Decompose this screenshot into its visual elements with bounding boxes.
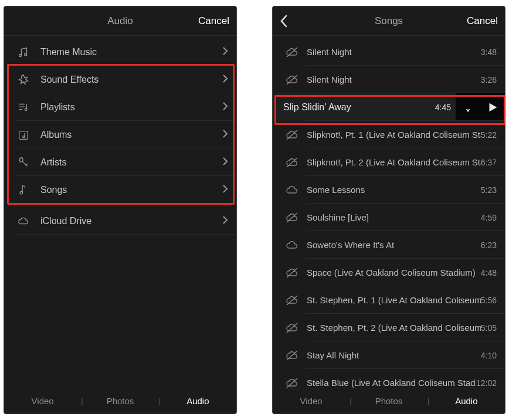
svg-point-5 — [20, 157, 23, 161]
song-title: Slipknot!, Pt. 1 (Live At Oakland Colise… — [301, 130, 481, 140]
cloud-off-icon — [283, 376, 301, 388]
svg-point-0 — [19, 54, 21, 56]
svg-point-4 — [23, 136, 25, 137]
cloud-icon — [283, 183, 301, 197]
albums-icon — [15, 128, 32, 141]
song-row[interactable]: Slipknot!, Pt. 2 (Live At Oakland Colise… — [273, 148, 505, 176]
albums-row[interactable]: Albums — [4, 121, 236, 148]
svg-point-1 — [25, 53, 27, 55]
audio-browser-screen: Audio Cancel Theme Music Sound Effects — [4, 6, 237, 414]
cloud-off-icon — [283, 293, 301, 307]
song-duration: 6:37 — [481, 158, 505, 167]
song-title: Some Lessons — [301, 185, 481, 195]
song-title: St. Stephen, Pt. 2 (Live At Oakland Coli… — [301, 323, 481, 333]
cloud-off-icon — [283, 321, 301, 335]
song-duration: 5:23 — [481, 185, 505, 195]
download-button[interactable] — [456, 93, 480, 121]
song-duration: 3:26 — [481, 75, 505, 84]
row-label: Albums — [32, 130, 222, 140]
song-duration: 5:56 — [481, 296, 505, 305]
song-title: Space (Live At Oakland Coliseum Stadium) — [301, 267, 481, 277]
cloud-off-icon — [283, 266, 301, 280]
songs-row[interactable]: Songs — [4, 176, 236, 204]
songs-icon — [15, 184, 32, 197]
song-title: Soulshine [Live] — [301, 212, 481, 222]
song-row[interactable]: Silent Night3:26 — [273, 66, 505, 93]
row-label: iCloud Drive — [32, 216, 222, 226]
song-duration: 3:48 — [481, 48, 505, 57]
song-title: Stella Blue (Live At Oakland Coliseum St… — [301, 378, 476, 388]
cloud-off-icon — [283, 211, 301, 225]
tab-photos[interactable]: Photos — [350, 396, 427, 406]
audio-category-list: Theme Music Sound Effects Playlists — [4, 36, 236, 388]
chevron-right-icon — [222, 46, 228, 58]
cloud-off-icon — [283, 128, 301, 142]
navbar: Audio Cancel — [4, 6, 236, 36]
song-duration: 4:48 — [481, 268, 505, 277]
theme-music-row[interactable]: Theme Music — [4, 38, 236, 66]
song-duration: 4:59 — [481, 213, 505, 222]
song-row[interactable]: Soulshine [Live]4:59 — [273, 204, 505, 231]
chevron-right-icon — [222, 129, 228, 141]
songs-list[interactable]: Silent Night3:48Silent Night3:26Slip Sli… — [273, 36, 505, 388]
row-label: Artists — [32, 157, 222, 168]
song-row[interactable]: Soweto's Where It's At6:23 — [273, 231, 505, 259]
song-row[interactable]: Some Lessons5:23 — [273, 176, 505, 204]
sound-effects-row[interactable]: Sound Effects — [4, 66, 236, 93]
sound-effects-icon — [15, 73, 32, 86]
chevron-right-icon — [222, 157, 228, 168]
song-row[interactable]: St. Stephen, Pt. 2 (Live At Oakland Coli… — [273, 314, 505, 341]
row-label: Sound Effects — [32, 74, 222, 85]
song-row[interactable]: Stella Blue (Live At Oakland Coliseum St… — [273, 369, 505, 388]
cancel-button[interactable]: Cancel — [191, 6, 236, 36]
cloud-off-icon — [283, 73, 301, 87]
icloud-icon — [15, 215, 32, 228]
tab-video[interactable]: Video — [4, 396, 81, 406]
svg-point-2 — [25, 108, 27, 110]
row-label: Songs — [32, 185, 222, 195]
song-title: Stay All Night — [301, 350, 481, 360]
song-row[interactable]: Slip Slidin' Away4:45 — [273, 93, 505, 121]
artists-row[interactable]: Artists — [4, 148, 236, 176]
row-label: Playlists — [32, 102, 222, 113]
song-duration: 4:10 — [481, 351, 505, 360]
song-title: St. Stephen, Pt. 1 (Live At Oakland Coli… — [301, 295, 481, 305]
song-title: Soweto's Where It's At — [301, 240, 481, 250]
bottom-tabbar: Video | Photos | Audio — [273, 388, 505, 414]
tab-photos[interactable]: Photos — [82, 396, 158, 406]
song-duration: 5:22 — [481, 130, 505, 140]
song-title: Slipknot!, Pt. 2 (Live At Oakland Colise… — [301, 157, 481, 167]
chevron-right-icon — [222, 74, 228, 86]
chevron-right-icon — [222, 184, 228, 196]
song-row[interactable]: Space (Live At Oakland Coliseum Stadium)… — [273, 259, 505, 286]
songs-list-screen: Songs Cancel Silent Night3:48Silent Nigh… — [272, 6, 505, 414]
bottom-tabbar: Video | Photos | Audio — [4, 388, 236, 414]
song-title: Slip Slidin' Away — [283, 102, 435, 113]
song-duration: 6:23 — [481, 241, 505, 250]
cloud-icon — [283, 238, 301, 252]
song-row[interactable]: Slipknot!, Pt. 1 (Live At Oakland Colise… — [273, 121, 505, 148]
nav-title: Songs — [375, 15, 403, 27]
back-button[interactable] — [273, 6, 295, 36]
cloud-off-icon — [283, 155, 301, 170]
play-button[interactable] — [480, 93, 505, 121]
cloud-off-icon — [283, 45, 301, 59]
row-label: Theme Music — [32, 47, 222, 57]
song-title: Silent Night — [301, 47, 481, 57]
song-duration: 4:45 — [435, 103, 456, 112]
cloud-off-icon — [283, 348, 301, 363]
song-duration: 12:02 — [476, 378, 505, 388]
cancel-button[interactable]: Cancel — [460, 6, 505, 36]
song-row[interactable]: Silent Night3:48 — [273, 38, 505, 66]
playlists-row[interactable]: Playlists — [4, 93, 236, 121]
song-duration: 5:05 — [481, 323, 505, 333]
chevron-right-icon — [222, 215, 228, 227]
nav-title: Audio — [107, 15, 133, 27]
song-row[interactable]: St. Stephen, Pt. 1 (Live At Oakland Coli… — [273, 286, 505, 314]
icloud-drive-row[interactable]: iCloud Drive — [4, 207, 236, 235]
tab-video[interactable]: Video — [273, 396, 349, 406]
tab-audio[interactable]: Audio — [428, 396, 505, 406]
song-row[interactable]: Stay All Night4:10 — [273, 341, 505, 369]
navbar: Songs Cancel — [273, 6, 505, 36]
tab-audio[interactable]: Audio — [160, 396, 236, 406]
